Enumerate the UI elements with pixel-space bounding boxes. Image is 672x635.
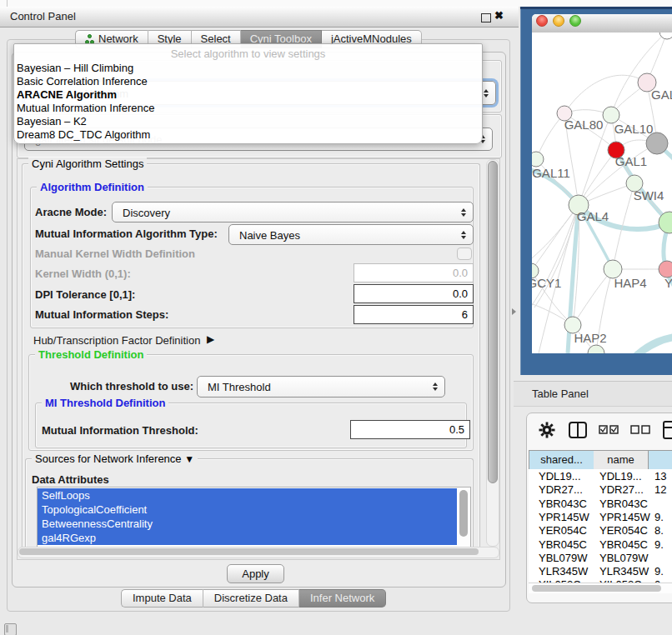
table-row[interactable]: YDL19...YDL19...13 [529, 469, 672, 483]
table-row[interactable]: YPR145WYPR145W9. [529, 510, 672, 524]
tab-infer-network[interactable]: Infer Network [299, 589, 386, 608]
unchecked-checkboxes-icon[interactable] [630, 425, 650, 434]
attribute-item[interactable]: SelfLoops [38, 488, 457, 502]
table-panel-body: shared... name YDL19...YDL19...13YDR27..… [526, 412, 672, 603]
close-panel-button[interactable]: ✖ [494, 9, 504, 22]
combo-arrows-icon [484, 89, 489, 98]
mi-steps-field[interactable]: 6 [354, 305, 474, 324]
network-node-gal11[interactable] [532, 152, 544, 167]
attributes-scrollbar-thumb[interactable] [459, 490, 468, 537]
algorithm-option[interactable]: Mutual Information Inference [17, 102, 154, 114]
manual-kernel-checkbox[interactable] [457, 248, 472, 260]
node-label: HAP4 [614, 276, 646, 290]
dropdown-prompt: Select algorithm to view settings [14, 48, 482, 60]
kernel-width-field[interactable]: 0.0 [354, 263, 474, 282]
collapse-arrow-icon[interactable]: ▼ [184, 453, 194, 465]
collapsed-panel-icon[interactable] [4, 623, 17, 635]
network-node-gal10[interactable] [603, 107, 619, 123]
network-node-y[interactable] [659, 261, 672, 278]
zoom-window-icon[interactable] [569, 15, 581, 27]
mi-threshold-field[interactable]: 0.5 [350, 420, 470, 439]
data-attributes-label: Data Attributes [32, 473, 109, 486]
network-canvas[interactable]: GALGAL80GAL10GAL1GAL11SWI4GAL4HAP4YGCY1H… [532, 32, 672, 353]
kernel-width-label: Kernel Width (0,1): [35, 268, 131, 280]
table-horizontal-scrollbar-thumb[interactable] [532, 585, 661, 592]
algorithm-option[interactable]: Bayesian – K2 [17, 115, 87, 128]
float-panel-button[interactable] [481, 13, 491, 22]
table-horizontal-scrollbar[interactable] [529, 582, 672, 593]
gear-icon[interactable] [539, 422, 555, 438]
mi-threshold-definition-title: MI Threshold Definition [42, 397, 168, 409]
combo-arrows-icon [433, 382, 438, 391]
checked-checkboxes-icon[interactable] [599, 425, 619, 434]
minimize-window-icon[interactable] [553, 15, 564, 27]
dpi-tolerance-label: DPI Tolerance [0,1]: [35, 288, 135, 301]
settings-horizontal-scrollbar[interactable] [18, 547, 499, 558]
table-row[interactable]: YLR345WYLR345W9. [529, 564, 672, 578]
attribute-item[interactable]: BetweennessCentrality [38, 517, 457, 531]
splitter-arrow-icon[interactable] [512, 308, 516, 315]
settings-vertical-scrollbar-thumb[interactable] [488, 161, 498, 483]
tab-discretize-data[interactable]: Discretize Data [203, 589, 299, 608]
which-threshold-label: Which threshold to use: [70, 380, 193, 392]
node-label: SWI4 [634, 188, 664, 202]
node-label: GAL11 [532, 166, 570, 180]
aracne-mode-label: Aracne Mode: [35, 206, 107, 218]
node-label: GAL4 [577, 209, 609, 223]
settings-horizontal-scrollbar-thumb[interactable] [19, 548, 479, 555]
table-body: YDL19...YDL19...13YDR27...YDR27...12YBR0… [529, 469, 672, 586]
node-label: GAL [651, 88, 672, 102]
settings-vertical-scrollbar[interactable] [486, 159, 499, 547]
node-label: GCY1 [532, 276, 561, 290]
mi-type-combobox[interactable]: Naive Bayes [228, 224, 474, 245]
column-header-third[interactable] [649, 450, 672, 470]
column-header-shared-name[interactable]: shared... [529, 450, 594, 470]
table-row[interactable]: YBR043CYBR043C [529, 497, 672, 511]
close-window-icon[interactable] [536, 15, 548, 27]
columns-icon[interactable] [569, 422, 587, 438]
expand-arrow-icon[interactable]: ▶ [207, 333, 214, 345]
attributes-scrollbar[interactable] [458, 488, 469, 546]
network-nodes[interactable]: GALGAL80GAL10GAL1GAL11SWI4GAL4HAP4YGCY1H… [532, 32, 672, 353]
algorithm-option[interactable]: ARACNE Algorithm [17, 88, 117, 101]
tab-impute-data[interactable]: Impute Data [121, 589, 203, 608]
node-label: HAP2 [574, 331, 606, 345]
network-view-window: GALGAL80GAL10GAL1GAL11SWI4GAL4HAP4YGCY1H… [532, 14, 672, 353]
column-header-name[interactable]: name [594, 450, 649, 470]
apply-button[interactable]: Apply [227, 564, 284, 583]
algorithm-dropdown-popup: Select algorithm to view settings Bayesi… [13, 43, 483, 144]
settings-group-title: Cyni Algorithm Settings [28, 158, 147, 170]
algorithm-option[interactable]: Basic Correlation Inference [17, 75, 148, 88]
attribute-item[interactable]: TopologicalCoefficient [38, 502, 457, 517]
table-row[interactable]: YBR045CYBR045C9. [529, 538, 672, 552]
network-window-titlebar[interactable] [532, 14, 672, 33]
which-threshold-combobox[interactable]: MI Threshold [197, 376, 445, 398]
algorithm-option[interactable]: Bayesian – Hill Climbing [17, 62, 133, 74]
new-table-icon[interactable] [663, 421, 672, 439]
data-attributes-list[interactable]: SelfLoopsTopologicalCoefficientBetweenne… [37, 487, 471, 548]
combo-arrows-icon [461, 208, 466, 217]
network-node[interactable] [646, 132, 668, 154]
combo-arrows-icon [461, 231, 466, 239]
node-label: GAL10 [614, 122, 654, 136]
threshold-definition-title: Threshold Definition [35, 348, 147, 361]
table-row[interactable]: YBL079WYBL079W [529, 551, 672, 565]
aracne-mode-combobox[interactable]: Discovery [112, 202, 474, 222]
sources-title: Sources for Network Inference ▼ [32, 452, 198, 465]
node-label: Y [664, 276, 672, 290]
mi-steps-label: Mutual Information Steps: [35, 308, 168, 321]
node-label: GAL80 [564, 118, 604, 132]
control-panel-titlebar: Control Panel ✖ [0, 7, 519, 28]
table-panel-titlebar: Table Panel [514, 381, 672, 407]
dpi-tolerance-field[interactable]: 0.0 [354, 284, 474, 303]
hub-definition-label: Hub/Transcription Factor Definition [33, 334, 200, 347]
attribute-item[interactable]: gal4RGexp [38, 531, 457, 545]
application-window: Control Panel ✖ Inference Algorithm galF… [0, 0, 672, 635]
table-row[interactable]: YDR27...YDR27...12 [529, 482, 672, 497]
mi-type-label: Mutual Information Algorithm Type: [35, 228, 218, 240]
node-label: GAL1 [615, 154, 647, 168]
algorithm-option[interactable]: Dream8 DC_TDC Algorithm [17, 128, 150, 141]
mi-threshold-label: Mutual Information Threshold: [42, 424, 198, 437]
table-row[interactable]: YER054CYER054C8. [529, 523, 672, 538]
network-node[interactable] [659, 32, 672, 39]
